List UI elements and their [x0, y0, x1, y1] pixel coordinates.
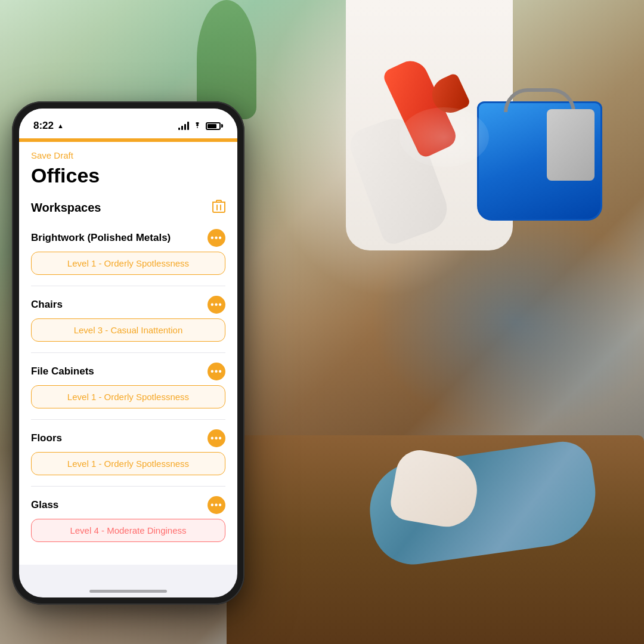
level-text-chairs: Level 3 - Casual Inattention [41, 325, 215, 335]
more-dots-floors: ••• [210, 434, 222, 443]
more-dots-brightwork: ••• [210, 233, 222, 243]
home-indicator [89, 590, 167, 593]
workspace-item-header-chairs: Chairs ••• [31, 296, 225, 314]
level-badge-chairs[interactable]: Level 3 - Casual Inattention [31, 318, 225, 342]
workspace-item-file-cabinets: File Cabinets ••• Level 1 - Orderly Spot… [31, 363, 225, 408]
divider-4 [31, 486, 225, 487]
level-text-floors: Level 1 - Orderly Spotlessness [41, 459, 215, 469]
wifi-icon [193, 122, 202, 129]
battery-icon [206, 122, 223, 130]
level-badge-floors[interactable]: Level 1 - Orderly Spotlessness [31, 452, 225, 475]
status-icons [178, 122, 223, 130]
more-dots-file-cabinets: ••• [210, 367, 222, 376]
workspace-name-glass: Glass [31, 499, 58, 511]
level-text-file-cabinets: Level 1 - Orderly Spotlessness [41, 392, 215, 402]
level-text-brightwork: Level 1 - Orderly Spotlessness [41, 258, 215, 268]
more-button-floors[interactable]: ••• [208, 429, 225, 447]
workspace-name-brightwork: Brightwork (Polished Metals) [31, 232, 171, 244]
phone-screen: 8:22 ▲ [19, 109, 237, 597]
more-button-file-cabinets[interactable]: ••• [208, 363, 225, 380]
workspace-item-glass: Glass ••• Level 4 - Moderate Dinginess [31, 496, 225, 542]
divider-3 [31, 419, 225, 420]
time-display: 8:22 [33, 120, 54, 132]
workspace-item-header-file-cabinets: File Cabinets ••• [31, 363, 225, 380]
bucket-handle [504, 88, 575, 112]
page-title: Offices [31, 164, 225, 187]
more-dots-chairs: ••• [210, 300, 222, 309]
divider-2 [31, 352, 225, 353]
trash-icon [212, 199, 225, 213]
status-time: 8:22 ▲ [33, 120, 64, 132]
more-button-chairs[interactable]: ••• [208, 296, 225, 314]
phone-mockup: 8:22 ▲ [12, 101, 244, 605]
status-bar: 8:22 ▲ [19, 109, 237, 138]
save-draft-link[interactable]: Save Draft [31, 142, 225, 164]
workspace-item-header-floors: Floors ••• [31, 429, 225, 447]
more-dots-glass: ••• [210, 500, 222, 510]
level-text-glass: Level 4 - Moderate Dinginess [41, 525, 215, 535]
svg-rect-0 [213, 202, 225, 212]
workspace-name-floors: Floors [31, 432, 62, 444]
bucket-item [547, 109, 595, 181]
app-content: Save Draft Offices Workspaces [19, 142, 237, 565]
signal-icon [178, 122, 189, 130]
trash-button[interactable] [212, 199, 225, 216]
workspace-name-chairs: Chairs [31, 299, 63, 311]
workspace-item-chairs: Chairs ••• Level 3 - Casual Inattention [31, 296, 225, 342]
location-icon: ▲ [57, 122, 64, 129]
workspace-item-header-brightwork: Brightwork (Polished Metals) ••• [31, 229, 225, 247]
workspace-name-file-cabinets: File Cabinets [31, 366, 94, 377]
workspaces-label: Workspaces [31, 201, 101, 215]
spray-mist [400, 107, 489, 167]
level-badge-glass[interactable]: Level 4 - Moderate Dinginess [31, 519, 225, 542]
workspaces-section-header: Workspaces [31, 199, 225, 221]
workspace-item-header-glass: Glass ••• [31, 496, 225, 514]
more-button-brightwork[interactable]: ••• [208, 229, 225, 247]
phone-frame: 8:22 ▲ [12, 101, 244, 605]
workspace-item-floors: Floors ••• Level 1 - Orderly Spotlessnes… [31, 429, 225, 475]
divider-1 [31, 286, 225, 286]
blue-bucket [477, 101, 602, 221]
more-button-glass[interactable]: ••• [208, 496, 225, 514]
workspace-item-brightwork: Brightwork (Polished Metals) ••• Level 1… [31, 229, 225, 275]
level-badge-file-cabinets[interactable]: Level 1 - Orderly Spotlessness [31, 385, 225, 408]
level-badge-brightwork[interactable]: Level 1 - Orderly Spotlessness [31, 252, 225, 275]
